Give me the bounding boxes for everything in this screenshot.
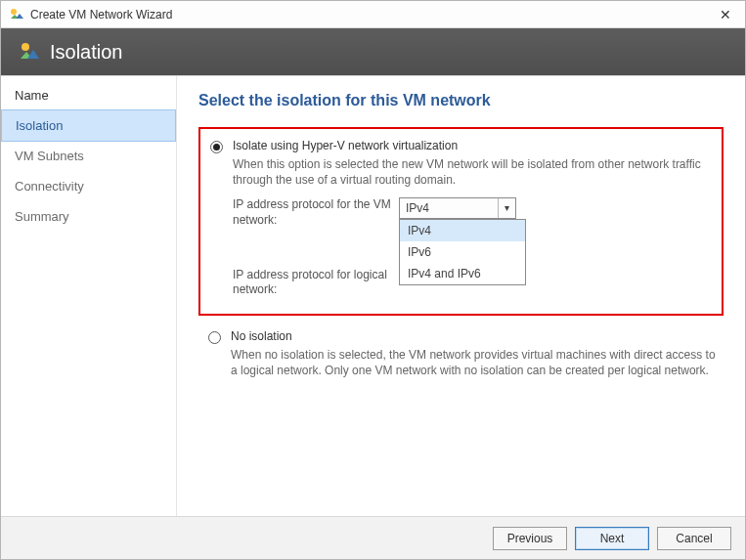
dropdown-option-ipv4-and-ipv6[interactable]: IPv4 and IPv6	[400, 263, 525, 284]
radio-no-isolation[interactable]	[208, 331, 221, 344]
page-title: Select the isolation for this VM network	[198, 92, 724, 109]
svg-point-1	[22, 43, 29, 51]
svg-point-0	[11, 9, 17, 15]
option-no-isolation-body: No isolation When no isolation is select…	[231, 329, 724, 388]
dropdown-vm-protocol-value: IPv4	[406, 201, 429, 215]
dropdown-vm-protocol[interactable]: IPv4 ▾	[399, 197, 516, 219]
sidebar-item-summary[interactable]: Summary	[1, 201, 176, 232]
sidebar-item-isolation[interactable]: Isolation	[1, 109, 176, 142]
option-no-isolation[interactable]: No isolation When no isolation is select…	[198, 329, 724, 388]
body: Name Isolation VM Subnets Connectivity S…	[1, 75, 745, 516]
chevron-down-icon: ▾	[498, 198, 515, 218]
banner-title: Isolation	[50, 41, 123, 64]
sidebar-item-label: Name	[15, 88, 49, 103]
sidebar-item-label: VM Subnets	[15, 149, 84, 163]
dropdown-vm-protocol-wrap: IPv4 ▾ IPv4 IPv6 IPv4 and IPv6	[399, 197, 516, 228]
sidebar-item-label: Summary	[15, 209, 69, 224]
option-isolate-description: When this option is selected the new VM …	[233, 156, 712, 188]
close-icon[interactable]: ✕	[714, 7, 737, 22]
sidebar-item-name[interactable]: Name	[1, 80, 176, 110]
footer: Previous Next Cancel	[1, 516, 745, 559]
dropdown-vm-protocol-list: IPv4 IPv6 IPv4 and IPv6	[399, 219, 526, 285]
sidebar-item-label: Isolation	[16, 118, 63, 133]
option-isolate-label: Isolate using Hyper-V network virtualiza…	[233, 139, 712, 152]
window-title: Create VM Network Wizard	[30, 8, 714, 22]
sidebar-item-label: Connectivity	[15, 179, 84, 194]
dropdown-option-ipv6[interactable]: IPv6	[400, 241, 525, 263]
sidebar-item-vm-subnets[interactable]: VM Subnets	[1, 141, 176, 171]
cancel-button[interactable]: Cancel	[657, 527, 731, 550]
option-no-isolation-description: When no isolation is selected, the VM ne…	[231, 347, 724, 378]
banner: Isolation	[1, 28, 745, 75]
option-no-isolation-label: No isolation	[231, 329, 724, 343]
highlighted-option-group: Isolate using Hyper-V network virtualiza…	[198, 127, 724, 316]
wizard-step-icon	[19, 41, 40, 63]
option-isolate[interactable]: Isolate using Hyper-V network virtualiza…	[210, 139, 712, 302]
dropdown-option-ipv4[interactable]: IPv4	[400, 220, 525, 241]
titlebar: Create VM Network Wizard ✕	[1, 1, 745, 28]
option-isolate-body: Isolate using Hyper-V network virtualiza…	[233, 139, 712, 302]
main-panel: Select the isolation for this VM network…	[177, 76, 745, 516]
wizard-window: Create VM Network Wizard ✕ Isolation Nam…	[0, 0, 746, 560]
field-logical-protocol-label: IP address protocol for logical network:	[233, 268, 399, 298]
wizard-steps-sidebar: Name Isolation VM Subnets Connectivity S…	[1, 76, 177, 516]
next-button[interactable]: Next	[575, 527, 649, 550]
field-vm-protocol: IP address protocol for the VM network: …	[233, 197, 712, 228]
radio-isolate[interactable]	[210, 141, 223, 153]
field-vm-protocol-label: IP address protocol for the VM network:	[233, 197, 399, 228]
sidebar-item-connectivity[interactable]: Connectivity	[1, 171, 176, 201]
app-icon	[9, 7, 24, 22]
previous-button[interactable]: Previous	[493, 527, 567, 550]
